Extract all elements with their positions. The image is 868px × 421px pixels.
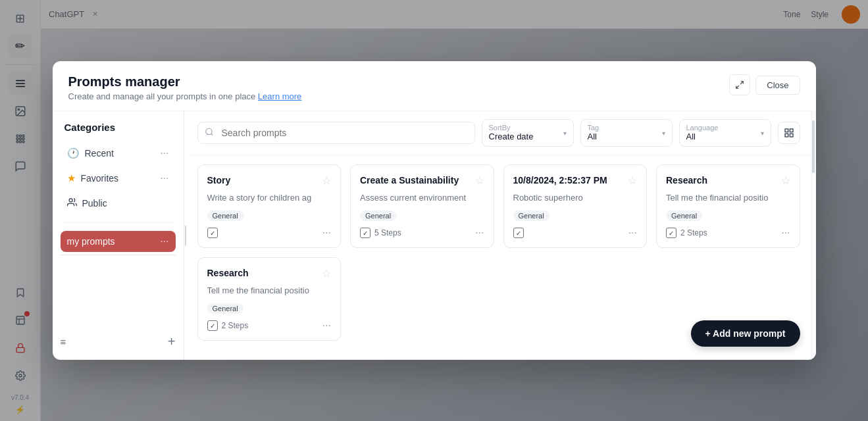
public-label: Public [82,198,107,209]
categories-footer: ≡ + [61,255,176,349]
card-2-desc: Assess current environment [360,192,484,204]
search-input-wrap [197,122,475,144]
card-1-title: Story [207,174,231,186]
category-item-favorites[interactable]: ★ Favorites ··· [61,167,176,189]
expand-button[interactable] [729,74,750,95]
modal-header: Prompts manager Create and manage all yo… [53,61,816,111]
scroll-thumb [812,120,815,173]
prompts-manager-modal: Prompts manager Create and manage all yo… [53,61,816,360]
resize-handle[interactable] [184,111,187,360]
my-prompts-menu[interactable]: ··· [160,236,168,247]
tag-label: Tag [588,124,658,132]
search-icon [205,128,214,139]
tag-chevron: ▾ [662,130,665,137]
card-3-title: 10/8/2024, 2:52:37 PM [513,174,607,186]
card-2-check[interactable]: ✓ [360,228,370,238]
card-4-menu[interactable]: ··· [781,228,790,238]
sortby-chevron: ▾ [563,130,567,137]
category-item-recent[interactable]: 🕐 Recent ··· [61,142,176,164]
svg-point-22 [205,128,211,134]
right-scrollbar[interactable] [811,111,816,360]
language-value: All [686,132,757,141]
svg-point-21 [69,199,72,202]
sortby-value: Create date [489,132,559,141]
tag-dropdown[interactable]: Tag All ▾ [580,119,673,147]
prompt-card-5[interactable]: Research ☆ Tell me the financial positio… [197,257,342,341]
svg-line-19 [740,82,743,84]
card-1-check[interactable]: ✓ [207,228,218,238]
card-4-title: Research [666,174,707,186]
modal-title: Prompts manager [68,74,302,89]
card-2-steps: 5 Steps [374,228,401,237]
category-divider [61,222,176,223]
card-1-star[interactable]: ☆ [322,174,331,187]
language-chevron: ▾ [761,130,764,137]
my-prompts-label: my prompts [67,236,115,247]
list-view-icon[interactable]: ≡ [61,336,66,347]
language-dropdown[interactable]: Language All ▾ [679,119,771,147]
tag-value: All [588,132,658,141]
card-1-tag-wrap: General [207,209,332,221]
card-4-tag: General [666,210,702,221]
search-input[interactable] [197,122,475,144]
svg-rect-27 [790,134,793,137]
learn-more-link[interactable]: Learn more [258,91,301,101]
svg-line-23 [211,134,213,136]
view-toggle-button[interactable] [778,122,800,144]
prompts-toolbar: SortBy Create date ▾ Tag All ▾ [187,111,811,155]
card-2-tag-wrap: General [360,209,484,221]
sortby-label: SortBy [489,124,559,132]
favorites-label: Favorites [81,173,119,184]
card-1-desc: Write a story for children ag [207,192,332,204]
sortby-dropdown[interactable]: SortBy Create date ▾ [482,119,574,147]
prompt-card-3[interactable]: 10/8/2024, 2:52:37 PM ☆ Robotic superher… [503,164,648,248]
categories-panel: Categories 🕐 Recent ··· ★ Favorites ··· [53,111,184,360]
recent-menu[interactable]: ··· [160,148,168,159]
card-1-menu[interactable]: ··· [322,228,331,238]
card-4-check[interactable]: ✓ [666,228,677,238]
card-5-tag-wrap: General [207,302,332,314]
card-3-star[interactable]: ☆ [628,174,637,187]
card-2-menu[interactable]: ··· [475,228,484,238]
language-label: Language [686,124,757,132]
category-item-my-prompts[interactable]: my prompts ··· [61,231,176,252]
modal-header-actions: Close [729,74,800,95]
card-2-star[interactable]: ☆ [475,174,484,187]
prompt-card-4[interactable]: Research ☆ Tell me the financial positio… [656,164,800,248]
card-3-desc: Robotic superhero [513,192,638,204]
card-3-menu[interactable]: ··· [628,228,637,238]
card-5-tag: General [207,303,243,314]
close-button[interactable]: Close [755,76,800,95]
categories-title: Categories [61,122,176,139]
modal-subtitle: Create and manage all your prompts in on… [68,91,302,101]
category-item-public[interactable]: Public [61,192,176,214]
modal-title-group: Prompts manager Create and manage all yo… [68,74,302,101]
add-category-icon[interactable]: + [168,334,176,349]
card-4-desc: Tell me the financial positio [666,192,790,204]
favorites-menu[interactable]: ··· [160,173,168,184]
card-5-title: Research [207,267,249,279]
add-prompt-button[interactable]: + Add new prompt [691,320,800,347]
card-3-check[interactable]: ✓ [513,228,524,238]
card-5-desc: Tell me the financial positio [207,285,332,297]
card-4-steps: 2 Steps [680,228,707,237]
card-2-title: Create a Sustainability [360,174,459,186]
recent-icon: 🕐 [67,147,80,159]
card-5-star[interactable]: ☆ [322,267,331,280]
recent-label: Recent [85,148,114,159]
card-3-tag: General [513,210,549,221]
card-4-tag-wrap: General [666,209,790,221]
modal-backdrop: Prompts manager Create and manage all yo… [0,0,868,421]
card-4-star[interactable]: ☆ [781,174,790,187]
card-5-check[interactable]: ✓ [207,320,218,331]
favorites-icon: ★ [67,172,76,184]
card-5-menu[interactable]: ··· [322,320,331,331]
svg-rect-26 [785,134,788,137]
card-2-tag: General [360,210,396,221]
prompt-card-1[interactable]: Story ☆ Write a story for children ag Ge… [197,164,342,248]
prompt-card-2[interactable]: Create a Sustainability ☆ Assess current… [350,164,494,248]
public-icon [67,197,77,209]
svg-rect-25 [790,129,793,132]
card-5-steps: 2 Steps [222,321,249,330]
card-1-tag: General [207,210,243,221]
